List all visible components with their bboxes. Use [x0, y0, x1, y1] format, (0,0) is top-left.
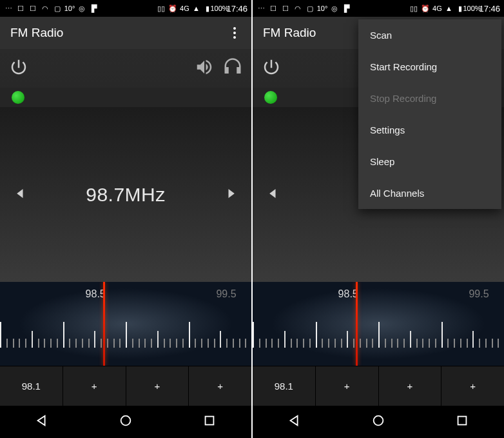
- menu-start-recording[interactable]: Start Recording: [358, 51, 501, 83]
- status-bar: ⋯ ☐ ☐ ◠ ▢ 10° ◎ ▛ ▯▯ ⏰ 4G ▲ ▮ 100% 17:46: [0, 0, 251, 17]
- prev-station-button[interactable]: [264, 184, 282, 205]
- dial-ticks: [253, 309, 504, 348]
- power-icon[interactable]: [262, 57, 281, 79]
- status-indicator-icon: [12, 91, 24, 104]
- controls-row: [0, 49, 251, 88]
- phone-screenshot-right: ⋯ ☐ ☐ ◠ ▢ 10° ◎ ▛ ▯▯ ⏰ 4G ▲ ▮ 100% 17:46…: [253, 0, 504, 438]
- preset-button[interactable]: 98.1: [0, 366, 63, 406]
- back-button[interactable]: [287, 413, 302, 430]
- prev-station-button[interactable]: [12, 184, 30, 205]
- phone-screenshot-left: ⋯ ☐ ☐ ◠ ▢ 10° ◎ ▛ ▯▯ ⏰ 4G ▲ ▮ 100% 17:46…: [0, 0, 251, 438]
- power-icon[interactable]: [9, 57, 28, 79]
- instagram-icon: ◎: [77, 4, 86, 13]
- overflow-menu: Scan Start Recording Stop Recording Sett…: [358, 19, 501, 209]
- speaker-icon[interactable]: [195, 57, 214, 79]
- vibrate-icon: ▯▯: [409, 4, 418, 13]
- radio-icon: ☐: [28, 4, 37, 13]
- app-bar: FM Radio: [0, 17, 251, 49]
- svg-rect-1: [206, 417, 214, 425]
- battery-text: 100%: [215, 4, 224, 13]
- preset-row: 98.1 + + +: [253, 366, 504, 406]
- preset-button[interactable]: +: [126, 366, 189, 406]
- navigation-bar: [0, 406, 251, 438]
- app-title: FM Radio: [10, 26, 63, 40]
- recents-button[interactable]: [455, 413, 469, 430]
- alarm-icon: ⏰: [421, 4, 430, 13]
- temp-text: 10°: [318, 4, 327, 13]
- tuning-dial[interactable]: 98.5 99.5: [0, 282, 251, 366]
- preset-button[interactable]: +: [379, 366, 442, 406]
- home-button[interactable]: [371, 413, 385, 430]
- picture-icon: ▢: [305, 4, 315, 13]
- network-text: 4G: [180, 4, 189, 13]
- clock-text: 17:46: [226, 4, 247, 13]
- overflow-menu-button[interactable]: [228, 27, 241, 39]
- app-title: FM Radio: [263, 26, 316, 40]
- signal-icon: ▲: [444, 4, 453, 13]
- headphone-icon[interactable]: [223, 57, 242, 79]
- menu-stop-recording: Stop Recording: [358, 83, 501, 114]
- status-row: [0, 88, 251, 107]
- battery-text: 100%: [467, 4, 476, 13]
- preset-button[interactable]: +: [63, 366, 126, 406]
- clock-text: 17:46: [479, 4, 500, 13]
- menu-scan[interactable]: Scan: [358, 19, 501, 51]
- menu-sleep[interactable]: Sleep: [358, 146, 501, 177]
- preset-button[interactable]: +: [189, 366, 251, 406]
- recents-button[interactable]: [202, 413, 217, 430]
- status-bar: ⋯ ☐ ☐ ◠ ▢ 10° ◎ ▛ ▯▯ ⏰ 4G ▲ ▮ 100% 17:46: [253, 0, 504, 17]
- dial-ticks: [0, 309, 251, 348]
- alarm-icon: ⏰: [168, 4, 177, 13]
- vibrate-icon: ▯▯: [157, 4, 166, 13]
- frequency-area: 98.7MHz: [0, 107, 251, 282]
- headphone-status-icon: ◠: [293, 4, 302, 13]
- svg-point-2: [374, 416, 383, 426]
- radio-icon: ☐: [281, 4, 290, 13]
- temp-text: 10°: [65, 4, 74, 13]
- dial-needle: [356, 282, 358, 366]
- svg-rect-3: [458, 417, 467, 425]
- svg-point-0: [121, 416, 131, 426]
- notification-more-icon: ⋯: [257, 4, 266, 13]
- radio-small-icon: ☐: [16, 4, 25, 13]
- dial-label-right: 99.5: [469, 288, 489, 300]
- notification-more-icon: ⋯: [4, 4, 13, 13]
- home-button[interactable]: [119, 413, 133, 430]
- instagram-icon: ◎: [330, 4, 339, 13]
- navigation-bar: [253, 406, 504, 438]
- preset-button[interactable]: +: [316, 366, 379, 406]
- picture-icon: ▢: [53, 4, 62, 13]
- menu-all-channels[interactable]: All Channels: [358, 177, 501, 209]
- tuning-dial[interactable]: 98.5 99.5: [253, 282, 504, 366]
- signal-icon: ▲: [191, 4, 200, 13]
- status-indicator-icon: [264, 91, 277, 104]
- network-text: 4G: [432, 4, 441, 13]
- preset-button[interactable]: 98.1: [253, 366, 316, 406]
- dial-label-right: 99.5: [216, 288, 236, 300]
- flag-icon: ▛: [342, 4, 351, 13]
- frequency-display: 98.7MHz: [86, 184, 166, 206]
- headphone-status-icon: ◠: [41, 4, 50, 13]
- flag-icon: ▛: [90, 4, 99, 13]
- menu-settings[interactable]: Settings: [358, 114, 501, 146]
- back-button[interactable]: [35, 413, 49, 430]
- preset-row: 98.1 + + +: [0, 366, 251, 406]
- dial-needle: [103, 282, 105, 366]
- radio-small-icon: ☐: [269, 4, 278, 13]
- preset-button[interactable]: +: [441, 366, 504, 406]
- next-station-button[interactable]: [222, 184, 240, 205]
